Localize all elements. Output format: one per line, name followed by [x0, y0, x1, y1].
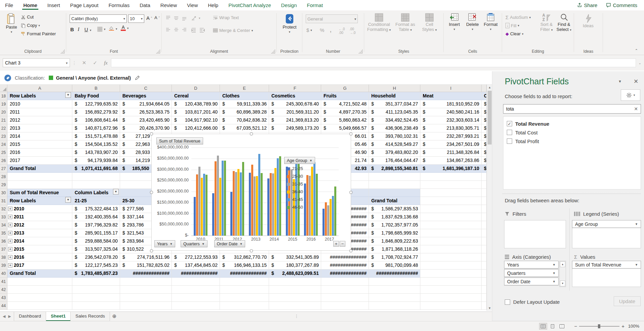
- cell-A43[interactable]: [7, 294, 72, 302]
- underline-button[interactable]: U: [84, 27, 88, 32]
- accounting-format-button[interactable]: $ ▾: [306, 27, 312, 33]
- chart-selection-handle[interactable]: [150, 132, 153, 135]
- bar-2017-21-25[interactable]: [323, 209, 325, 236]
- conditional-formatting-button[interactable]: ConditionalFormatting ▾: [366, 13, 392, 33]
- cell-C44[interactable]: [120, 302, 172, 310]
- ribbon-tab-pivotchart-analyze[interactable]: PivotChart Analyze: [223, 0, 276, 10]
- indent-icons[interactable]: [191, 28, 205, 33]
- cell-A31[interactable]: Row Labels▾: [7, 197, 72, 205]
- ribbon-tab-file[interactable]: File: [0, 0, 18, 10]
- cell-I41[interactable]: [420, 278, 482, 286]
- field-item-total-cost[interactable]: Total Cost: [507, 128, 637, 137]
- tab-splitter-handle[interactable]: ⋮: [295, 314, 299, 319]
- column-header-D[interactable]: D: [172, 85, 220, 92]
- cell-A18[interactable]: Row Labels▾: [7, 92, 72, 100]
- cell-B19[interactable]: $122,799,635.92: [72, 100, 120, 108]
- column-header-B[interactable]: B: [72, 85, 120, 92]
- cell-F18[interactable]: Cosmetics: [269, 92, 321, 100]
- panel-options-icon[interactable]: ▼: [618, 79, 622, 83]
- cell-E19[interactable]: $59,911,339.36: [220, 100, 269, 108]
- cell-E18[interactable]: Clothes: [220, 92, 269, 100]
- new-sheet-button[interactable]: ⊕: [110, 313, 119, 319]
- cell-J24[interactable]: $: [482, 140, 487, 149]
- cell-J18[interactable]: O: [482, 92, 487, 100]
- column-header-E[interactable]: E: [220, 85, 269, 92]
- cell-D43[interactable]: [172, 294, 220, 302]
- vertical-scroll-thumb[interactable]: [488, 91, 492, 144]
- cell-B38[interactable]: $236,542,078.20: [72, 253, 120, 261]
- cell-I22[interactable]: $213,830,305.71: [420, 124, 482, 132]
- column-header-A[interactable]: A: [7, 85, 72, 92]
- cell-H40[interactable]: ################: [369, 270, 420, 278]
- alignment-dialog-launcher[interactable]: [271, 49, 275, 53]
- fields-search-input[interactable]: tota ✕: [503, 104, 641, 114]
- row-header-24[interactable]: 24: [0, 140, 7, 149]
- bar-2016-21-25[interactable]: [304, 183, 306, 236]
- field-checkbox[interactable]: [507, 130, 512, 135]
- pivot-chart[interactable]: Sum of Total Revenue$400,000,000.00$350,…: [151, 134, 351, 251]
- cell-G19[interactable]: $4,721,502.48: [321, 100, 369, 108]
- column-labels-dropdown-icon[interactable]: ▾: [113, 189, 119, 195]
- chart-selection-handle[interactable]: [349, 191, 352, 194]
- cell-D44[interactable]: [172, 302, 220, 310]
- cell-C18[interactable]: Beverages: [120, 92, 172, 100]
- increase-decimal-button[interactable]: ←.0.00: [339, 27, 345, 35]
- bar-2012-41-45[interactable]: [240, 172, 242, 236]
- row-header-19[interactable]: 19: [0, 100, 7, 108]
- zoom-in-icon[interactable]: +: [619, 323, 627, 329]
- cell-G21[interactable]: $5,860,863.42: [321, 116, 369, 124]
- grow-font-button[interactable]: Aˆ: [146, 15, 152, 21]
- chart-selection-handle[interactable]: [150, 249, 153, 252]
- classification-edit-icon[interactable]: [135, 75, 140, 80]
- cell-C39[interactable]: $151,782,825.02: [120, 261, 172, 270]
- cell-A22[interactable]: 2013: [7, 124, 72, 132]
- ribbon-tab-formulas[interactable]: Formulas: [104, 0, 135, 10]
- cell-I35[interactable]: [420, 229, 482, 237]
- axis-field-quarters[interactable]: Quarters▼: [504, 269, 559, 277]
- cell-C40[interactable]: ##############: [120, 270, 172, 278]
- cell-J21[interactable]: $: [482, 116, 487, 124]
- cell-J25[interactable]: $: [482, 149, 487, 157]
- axis-field-order-date[interactable]: Order Date▼: [504, 278, 559, 285]
- format-as-table-button[interactable]: Format asTable ▾: [393, 13, 417, 33]
- cell-H35[interactable]: $1,798,685,999.92: [369, 229, 420, 237]
- bar-2017-36-40[interactable]: [330, 199, 332, 236]
- cell-B43[interactable]: [72, 294, 120, 302]
- axis-field-button-order-date[interactable]: Order Date▼: [214, 240, 245, 247]
- cell-B24[interactable]: $154,504,135.52: [72, 140, 120, 149]
- cell-A36[interactable]: +2014: [7, 237, 72, 245]
- page-break-view-button[interactable]: [558, 323, 566, 330]
- cell-H44[interactable]: [369, 302, 420, 310]
- chart-selection-handle[interactable]: [349, 132, 352, 135]
- cell-J31[interactable]: [482, 197, 487, 205]
- cell-F38[interactable]: $332,541,305.89: [269, 253, 321, 261]
- cell-D40[interactable]: ##############: [172, 270, 220, 278]
- bar-2016-25-30[interactable]: [306, 175, 308, 236]
- formula-input[interactable]: [111, 58, 636, 67]
- row-header-28[interactable]: 28: [0, 173, 7, 181]
- column-header-F[interactable]: F: [269, 85, 321, 92]
- cell-B36[interactable]: $259,888,584.00: [72, 237, 120, 245]
- font-color-button[interactable]: A ▾: [121, 25, 129, 31]
- cell-B37[interactable]: $313,507,325.04: [72, 245, 120, 253]
- cell-G39[interactable]: ##############: [321, 261, 369, 270]
- bar-2012-36-40[interactable]: [237, 169, 239, 236]
- cell-E38[interactable]: $312,862,770.70: [220, 253, 269, 261]
- cell-G42[interactable]: [321, 286, 369, 294]
- bar-2014-41-45[interactable]: [277, 158, 279, 236]
- expand-icon[interactable]: +: [8, 223, 12, 227]
- field-checkbox[interactable]: ✓: [507, 121, 512, 126]
- cell-J38[interactable]: [482, 253, 487, 261]
- collapse-ribbon-button[interactable]: ⌃: [635, 48, 638, 53]
- bar-2017-25-30[interactable]: [325, 202, 327, 236]
- cell-A41[interactable]: [7, 278, 72, 286]
- sheet-nav-left-icon[interactable]: ◀: [0, 314, 8, 319]
- cell-D41[interactable]: [172, 278, 220, 286]
- cell-A24[interactable]: 2015: [7, 140, 72, 149]
- row-header-31[interactable]: 31: [0, 197, 7, 205]
- bar-2011-25-30[interactable]: [215, 161, 217, 236]
- cut-button[interactable]: Cut: [21, 14, 34, 19]
- cell-B21[interactable]: $106,808,641.44: [72, 116, 120, 124]
- cell-A33[interactable]: +2011: [7, 213, 72, 221]
- cell-C41[interactable]: [120, 278, 172, 286]
